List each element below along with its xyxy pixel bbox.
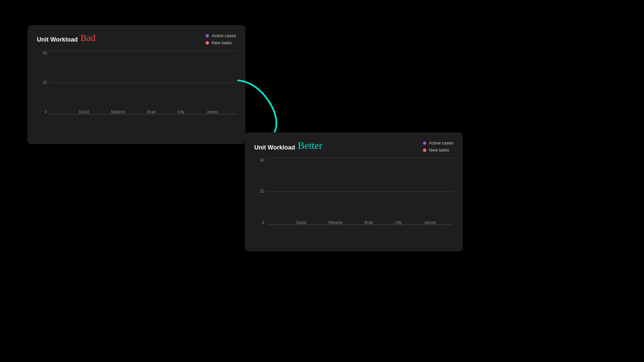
bad-x-james: James	[207, 108, 218, 114]
bad-y-20: 20	[37, 80, 47, 85]
bad-annotation: Bad	[80, 33, 96, 43]
better-annotation: Better	[298, 140, 322, 150]
better-y-40: 40	[254, 158, 264, 163]
bad-y-0: 0	[37, 110, 47, 114]
bad-legend: Active cases New tasks	[206, 33, 236, 45]
better-title-group: Unit Workload Better	[254, 140, 322, 151]
better-chart-plot: David Melanie Brad Lilly James	[266, 158, 453, 225]
better-x-lilly: Lilly	[395, 218, 402, 225]
better-chart-area: 40 20 0	[254, 158, 453, 235]
better-chart-card: Unit Workload Better Active cases New ta…	[245, 132, 463, 251]
bad-legend-active-cases: Active cases	[206, 33, 236, 38]
bad-x-david: David	[79, 108, 89, 114]
bad-legend-active-cases-label: Active cases	[212, 33, 236, 38]
better-x-david: David	[296, 218, 307, 225]
bad-title-group: Unit Workload Bad	[37, 33, 96, 43]
better-y-axis: 40 20 0	[254, 158, 264, 225]
bad-card-header: Unit Workload Bad Active cases New tasks	[37, 33, 236, 45]
bad-chart-title: Unit Workload	[37, 36, 78, 43]
bad-chart-area: 40 20 0	[37, 51, 236, 124]
better-y-0: 0	[254, 220, 264, 225]
bad-x-lilly: Lilly	[178, 108, 185, 114]
bad-x-labels: David Melanie Brad Lilly James	[61, 108, 236, 114]
bad-y-axis: 40 20 0	[37, 51, 47, 114]
better-chart-title: Unit Workload	[254, 144, 295, 151]
bad-chart-card: Unit Workload Bad Active cases New tasks…	[28, 25, 246, 144]
bad-x-brad: Brad	[147, 108, 156, 114]
better-x-labels: David Melanie Brad Lilly James	[278, 218, 453, 225]
better-y-20: 20	[254, 189, 264, 194]
bad-chart-plot: David Melanie Brad Lilly James	[49, 51, 236, 114]
better-legend: Active cases New tasks	[423, 140, 453, 153]
bad-legend-new-tasks: New tasks	[206, 40, 236, 45]
better-x-melanie: Melanie	[328, 218, 342, 225]
bad-purple-dot	[206, 34, 209, 38]
better-card-header: Unit Workload Better Active cases New ta…	[254, 140, 453, 153]
better-purple-dot	[423, 141, 426, 145]
better-legend-new-tasks: New tasks	[423, 147, 453, 153]
better-legend-active-cases: Active cases	[423, 140, 453, 145]
better-bars	[266, 158, 453, 225]
bad-coral-dot	[206, 41, 209, 45]
better-coral-dot	[423, 148, 426, 152]
bad-bars	[49, 51, 236, 114]
better-x-james: James	[424, 218, 436, 225]
better-x-brad: Brad	[365, 218, 373, 225]
bad-y-40: 40	[37, 51, 47, 55]
bad-legend-new-tasks-label: New tasks	[212, 40, 232, 45]
better-legend-new-tasks-label: New tasks	[429, 147, 449, 153]
better-legend-active-cases-label: Active cases	[429, 140, 453, 145]
bad-x-melanie: Melanie	[111, 108, 125, 114]
